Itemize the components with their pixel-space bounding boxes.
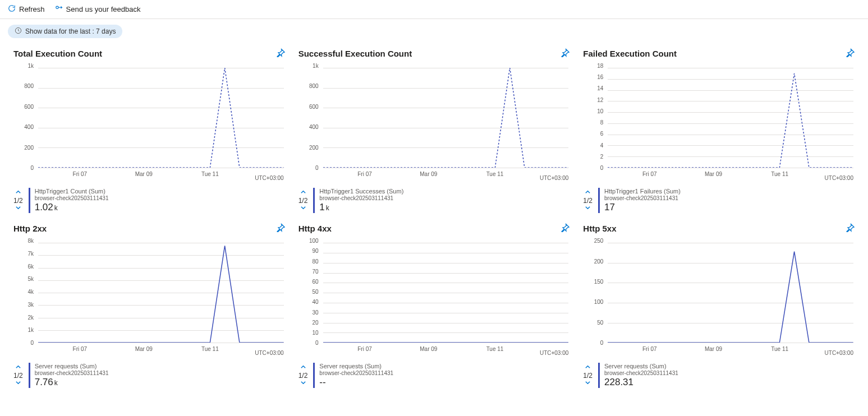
y-tick-label: 20 bbox=[313, 319, 319, 325]
series-legend-item[interactable]: HttpTrigger1 Failures (Sum) browser-chec… bbox=[598, 188, 681, 213]
y-tick-label: 150 bbox=[594, 278, 604, 284]
y-tick-label: 0 bbox=[30, 165, 34, 171]
pin-button[interactable] bbox=[846, 223, 855, 234]
series-value: 1k bbox=[319, 202, 403, 213]
pager-up-icon[interactable] bbox=[585, 364, 591, 372]
y-axis: 02004006008001k bbox=[13, 66, 36, 168]
y-tick-label: 200 bbox=[594, 258, 604, 264]
chart-plot-area[interactable]: 02004006008001k Fri 07Mar 09Tue 11 UTC+0… bbox=[298, 66, 570, 183]
pager-down-icon[interactable] bbox=[585, 205, 591, 212]
legend-pager: 1/2 bbox=[13, 189, 23, 212]
y-tick-label: 4 bbox=[600, 142, 604, 148]
series-legend-item[interactable]: Server requests (Sum) browser-check20250… bbox=[29, 363, 109, 388]
pager-up-icon[interactable] bbox=[15, 189, 21, 197]
gridline bbox=[608, 168, 853, 168]
gridline bbox=[608, 343, 853, 343]
series-line bbox=[38, 68, 284, 168]
series-name: HttpTrigger1 Failures (Sum) bbox=[604, 188, 681, 195]
pager-up-icon[interactable] bbox=[585, 189, 591, 197]
feedback-button[interactable]: Send us your feedback bbox=[55, 4, 141, 14]
y-tick-label: 0 bbox=[600, 340, 604, 346]
chart-card: Failed Execution Count 024681012141618 F… bbox=[583, 48, 855, 213]
chart-title: Total Execution Count bbox=[13, 49, 102, 58]
x-tick-label: Mar 09 bbox=[420, 171, 437, 177]
series-source: browser-check202503111431 bbox=[35, 195, 109, 202]
plot-surface bbox=[38, 243, 284, 343]
pager-text: 1/2 bbox=[13, 197, 23, 205]
series-legend-item[interactable]: Server requests (Sum) browser-check20250… bbox=[313, 363, 393, 388]
x-axis: Fri 07Mar 09Tue 11 bbox=[323, 345, 569, 358]
y-tick-label: 2 bbox=[600, 153, 604, 159]
y-tick-label: 12 bbox=[597, 96, 603, 103]
timezone-label: UTC+03:00 bbox=[255, 350, 283, 356]
pager-text: 1/2 bbox=[583, 197, 593, 205]
y-axis: 0102030405060708090100 bbox=[298, 241, 321, 343]
y-tick-label: 400 bbox=[24, 124, 34, 130]
series-value: -- bbox=[319, 377, 393, 388]
x-tick-label: Tue 11 bbox=[771, 346, 788, 352]
pin-button[interactable] bbox=[276, 48, 285, 59]
chart-plot-area[interactable]: 0102030405060708090100 Fri 07Mar 09Tue 1… bbox=[298, 241, 570, 358]
pager-down-icon[interactable] bbox=[300, 380, 306, 387]
y-tick-label: 0 bbox=[315, 340, 319, 346]
chart-plot-area[interactable]: 024681012141618 Fri 07Mar 09Tue 11 UTC+0… bbox=[583, 66, 855, 183]
clock-icon bbox=[15, 27, 22, 36]
plot-surface bbox=[323, 68, 569, 168]
pin-button[interactable] bbox=[276, 223, 285, 234]
x-tick-label: Fri 07 bbox=[357, 171, 372, 177]
y-tick-label: 3k bbox=[27, 301, 34, 307]
chart-card: Http 4xx 0102030405060708090100 Fri 07Ma… bbox=[298, 223, 570, 388]
y-tick-label: 1k bbox=[27, 63, 34, 69]
y-tick-label: 100 bbox=[594, 299, 604, 305]
chart-grid: Total Execution Count 02004006008001k Fr… bbox=[0, 40, 868, 398]
chart-title: Http 2xx bbox=[13, 224, 47, 233]
pager-down-icon[interactable] bbox=[15, 380, 21, 387]
time-range-label: Show data for the last : 7 days bbox=[25, 27, 116, 35]
series-value: 228.31 bbox=[604, 377, 678, 388]
pin-button[interactable] bbox=[561, 48, 570, 59]
refresh-button[interactable]: Refresh bbox=[8, 4, 45, 14]
y-tick-label: 250 bbox=[594, 238, 604, 244]
pager-up-icon[interactable] bbox=[300, 364, 306, 372]
y-tick-label: 200 bbox=[309, 144, 319, 150]
plot-surface bbox=[608, 243, 853, 343]
legend-pager: 1/2 bbox=[583, 364, 593, 387]
pin-button[interactable] bbox=[846, 48, 855, 59]
timezone-label: UTC+03:00 bbox=[825, 175, 853, 181]
y-tick-label: 5k bbox=[27, 276, 34, 282]
chart-card: Http 5xx 050100150200250 Fri 07Mar 09Tue… bbox=[583, 223, 855, 388]
x-axis: Fri 07Mar 09Tue 11 bbox=[608, 170, 853, 183]
time-range-pill[interactable]: Show data for the last : 7 days bbox=[8, 25, 122, 38]
pager-down-icon[interactable] bbox=[15, 205, 21, 212]
pager-down-icon[interactable] bbox=[300, 205, 306, 212]
x-axis: Fri 07Mar 09Tue 11 bbox=[608, 345, 853, 358]
x-tick-label: Fri 07 bbox=[73, 346, 88, 352]
chart-card: Successful Execution Count 0200400600800… bbox=[298, 48, 570, 213]
series-legend-item[interactable]: Server requests (Sum) browser-check20250… bbox=[598, 363, 678, 388]
chart-plot-area[interactable]: 050100150200250 Fri 07Mar 09Tue 11 UTC+0… bbox=[583, 241, 855, 358]
legend-pager: 1/2 bbox=[298, 364, 308, 387]
y-tick-label: 6 bbox=[600, 131, 604, 137]
pager-down-icon[interactable] bbox=[585, 380, 591, 387]
chart-plot-area[interactable]: 01k2k3k4k5k6k7k8k Fri 07Mar 09Tue 11 UTC… bbox=[13, 241, 285, 358]
series-legend-item[interactable]: HttpTrigger1 Count (Sum) browser-check20… bbox=[29, 188, 109, 213]
x-axis: Fri 07Mar 09Tue 11 bbox=[38, 345, 284, 358]
chart-legend: 1/2 Server requests (Sum) browser-check2… bbox=[298, 363, 570, 388]
y-tick-label: 800 bbox=[24, 83, 34, 89]
series-legend-item[interactable]: HttpTrigger1 Successes (Sum) browser-che… bbox=[313, 188, 403, 213]
pin-button[interactable] bbox=[561, 223, 570, 234]
chart-plot-area[interactable]: 02004006008001k Fri 07Mar 09Tue 11 UTC+0… bbox=[13, 66, 285, 183]
toolbar: Refresh Send us your feedback bbox=[0, 0, 868, 19]
pager-up-icon[interactable] bbox=[300, 189, 306, 197]
legend-pager: 1/2 bbox=[13, 364, 23, 387]
x-axis: Fri 07Mar 09Tue 11 bbox=[38, 170, 284, 183]
y-tick-label: 70 bbox=[313, 268, 319, 274]
legend-pager: 1/2 bbox=[298, 189, 308, 212]
y-tick-label: 10 bbox=[597, 108, 603, 114]
y-tick-label: 80 bbox=[313, 258, 319, 264]
y-tick-label: 50 bbox=[597, 319, 603, 325]
y-tick-label: 200 bbox=[24, 144, 34, 150]
pager-up-icon[interactable] bbox=[15, 364, 21, 372]
chart-title: Http 4xx bbox=[298, 224, 332, 233]
x-tick-label: Tue 11 bbox=[486, 346, 504, 352]
